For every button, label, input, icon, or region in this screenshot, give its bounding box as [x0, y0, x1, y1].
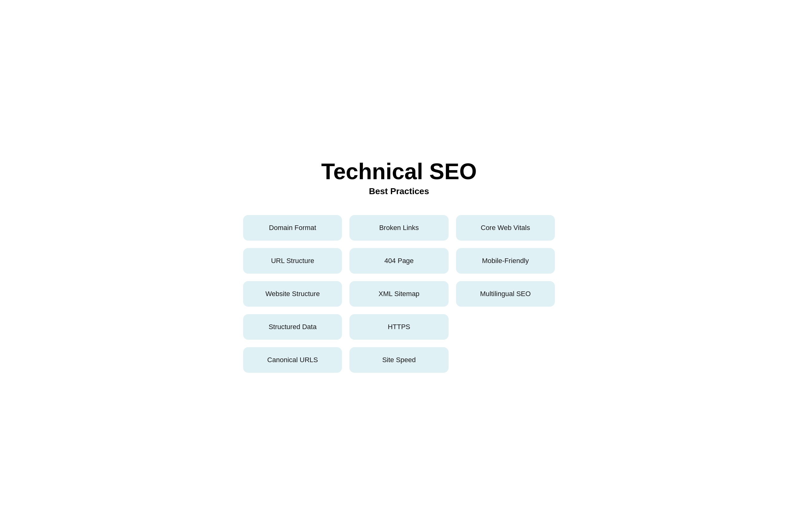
topic-card[interactable]: HTTPS [349, 314, 448, 340]
topic-card[interactable]: URL Structure [243, 248, 342, 274]
topic-card[interactable]: Broken Links [349, 215, 448, 241]
topic-card[interactable]: Website Structure [243, 281, 342, 307]
topic-grid: Domain FormatBroken LinksCore Web Vitals… [243, 215, 555, 373]
topic-card[interactable]: Structured Data [243, 314, 342, 340]
topic-card[interactable]: 404 Page [349, 248, 448, 274]
topic-card[interactable]: Domain Format [243, 215, 342, 241]
page-container: Technical SEO Best Practices Domain Form… [243, 159, 555, 373]
topic-card[interactable]: Mobile-Friendly [456, 248, 555, 274]
topic-card[interactable]: Core Web Vitals [456, 215, 555, 241]
main-title: Technical SEO [243, 159, 555, 184]
topic-card[interactable]: XML Sitemap [349, 281, 448, 307]
topic-card[interactable]: Multilingual SEO [456, 281, 555, 307]
topic-card[interactable]: Site Speed [349, 347, 448, 373]
topic-card[interactable]: Canonical URLS [243, 347, 342, 373]
subtitle: Best Practices [243, 186, 555, 196]
